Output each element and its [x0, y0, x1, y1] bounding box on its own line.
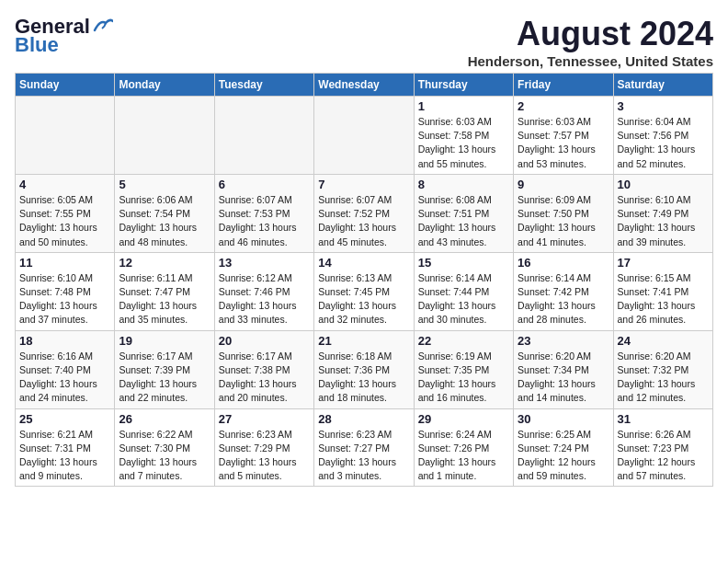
day-info: Sunrise: 6:23 AM Sunset: 7:29 PM Dayligh…	[219, 428, 310, 484]
day-info: Sunrise: 6:03 AM Sunset: 7:57 PM Dayligh…	[518, 115, 609, 171]
day-info: Sunrise: 6:19 AM Sunset: 7:35 PM Dayligh…	[418, 350, 509, 406]
calendar-header-row: SundayMondayTuesdayWednesdayThursdayFrid…	[16, 74, 713, 97]
day-info: Sunrise: 6:17 AM Sunset: 7:38 PM Dayligh…	[219, 350, 310, 406]
calendar-cell: 26Sunrise: 6:22 AM Sunset: 7:30 PM Dayli…	[115, 408, 214, 487]
day-number: 16	[518, 256, 609, 270]
day-number: 5	[119, 178, 210, 191]
calendar-cell: 8Sunrise: 6:08 AM Sunset: 7:51 PM Daylig…	[414, 174, 513, 252]
col-header-tuesday: Tuesday	[214, 74, 313, 97]
calendar-week-3: 11Sunrise: 6:10 AM Sunset: 7:48 PM Dayli…	[16, 252, 713, 330]
day-number: 21	[318, 334, 409, 348]
calendar-cell	[314, 97, 414, 175]
day-number: 15	[418, 256, 509, 270]
calendar-cell: 5Sunrise: 6:06 AM Sunset: 7:54 PM Daylig…	[115, 174, 214, 252]
col-header-saturday: Saturday	[613, 74, 712, 97]
location-subtitle: Henderson, Tennessee, United States	[468, 53, 713, 69]
calendar-cell: 25Sunrise: 6:21 AM Sunset: 7:31 PM Dayli…	[16, 408, 115, 487]
calendar-cell: 14Sunrise: 6:13 AM Sunset: 7:45 PM Dayli…	[314, 252, 414, 330]
day-number: 24	[618, 334, 709, 348]
calendar-cell: 4Sunrise: 6:05 AM Sunset: 7:55 PM Daylig…	[16, 174, 115, 252]
day-number: 23	[518, 334, 609, 348]
day-info: Sunrise: 6:13 AM Sunset: 7:45 PM Dayligh…	[318, 271, 409, 327]
day-number: 18	[19, 334, 110, 348]
calendar-cell	[214, 97, 313, 175]
calendar-week-5: 25Sunrise: 6:21 AM Sunset: 7:31 PM Dayli…	[16, 408, 713, 487]
col-header-friday: Friday	[514, 74, 613, 97]
day-info: Sunrise: 6:16 AM Sunset: 7:40 PM Dayligh…	[19, 350, 110, 406]
day-number: 6	[219, 178, 310, 191]
logo-blue: Blue	[15, 33, 59, 57]
day-info: Sunrise: 6:03 AM Sunset: 7:58 PM Dayligh…	[418, 115, 509, 171]
day-number: 19	[119, 334, 210, 348]
calendar-cell: 23Sunrise: 6:20 AM Sunset: 7:34 PM Dayli…	[514, 330, 613, 408]
day-number: 11	[19, 256, 110, 270]
day-number: 29	[418, 412, 509, 426]
calendar-cell	[16, 97, 115, 175]
calendar-cell: 31Sunrise: 6:26 AM Sunset: 7:23 PM Dayli…	[613, 408, 712, 487]
calendar-cell: 10Sunrise: 6:10 AM Sunset: 7:49 PM Dayli…	[613, 174, 712, 252]
day-number: 2	[518, 99, 609, 113]
calendar-cell: 18Sunrise: 6:16 AM Sunset: 7:40 PM Dayli…	[16, 330, 115, 408]
col-header-wednesday: Wednesday	[314, 74, 414, 97]
calendar-cell: 11Sunrise: 6:10 AM Sunset: 7:48 PM Dayli…	[16, 252, 115, 330]
day-number: 31	[618, 412, 709, 426]
calendar-cell: 21Sunrise: 6:18 AM Sunset: 7:36 PM Dayli…	[314, 330, 414, 408]
day-info: Sunrise: 6:21 AM Sunset: 7:31 PM Dayligh…	[19, 428, 110, 484]
day-number: 9	[518, 178, 609, 191]
day-info: Sunrise: 6:22 AM Sunset: 7:30 PM Dayligh…	[119, 428, 210, 484]
day-info: Sunrise: 6:07 AM Sunset: 7:53 PM Dayligh…	[219, 193, 310, 249]
calendar-cell: 20Sunrise: 6:17 AM Sunset: 7:38 PM Dayli…	[214, 330, 313, 408]
day-number: 14	[318, 256, 409, 270]
day-number: 3	[618, 99, 709, 113]
day-number: 25	[19, 412, 110, 426]
calendar-week-1: 1Sunrise: 6:03 AM Sunset: 7:58 PM Daylig…	[16, 97, 713, 175]
day-info: Sunrise: 6:14 AM Sunset: 7:44 PM Dayligh…	[418, 271, 509, 327]
day-info: Sunrise: 6:04 AM Sunset: 7:56 PM Dayligh…	[618, 115, 709, 171]
day-number: 17	[618, 256, 709, 270]
calendar-cell	[115, 97, 214, 175]
day-info: Sunrise: 6:25 AM Sunset: 7:24 PM Dayligh…	[518, 428, 609, 484]
day-info: Sunrise: 6:23 AM Sunset: 7:27 PM Dayligh…	[318, 428, 409, 484]
calendar-cell: 6Sunrise: 6:07 AM Sunset: 7:53 PM Daylig…	[214, 174, 313, 252]
day-info: Sunrise: 6:10 AM Sunset: 7:49 PM Dayligh…	[618, 193, 709, 249]
calendar-cell: 22Sunrise: 6:19 AM Sunset: 7:35 PM Dayli…	[414, 330, 513, 408]
day-info: Sunrise: 6:10 AM Sunset: 7:48 PM Dayligh…	[19, 271, 110, 327]
day-number: 13	[219, 256, 310, 270]
day-number: 26	[119, 412, 210, 426]
col-header-monday: Monday	[115, 74, 214, 97]
calendar-cell: 1Sunrise: 6:03 AM Sunset: 7:58 PM Daylig…	[414, 97, 513, 175]
day-info: Sunrise: 6:11 AM Sunset: 7:47 PM Dayligh…	[119, 271, 210, 327]
calendar-cell: 28Sunrise: 6:23 AM Sunset: 7:27 PM Dayli…	[314, 408, 414, 487]
calendar-cell: 16Sunrise: 6:14 AM Sunset: 7:42 PM Dayli…	[514, 252, 613, 330]
day-number: 30	[518, 412, 609, 426]
calendar-cell: 9Sunrise: 6:09 AM Sunset: 7:50 PM Daylig…	[514, 174, 613, 252]
day-number: 27	[219, 412, 310, 426]
calendar-week-4: 18Sunrise: 6:16 AM Sunset: 7:40 PM Dayli…	[16, 330, 713, 408]
col-header-thursday: Thursday	[414, 74, 513, 97]
day-number: 7	[318, 178, 409, 191]
logo-bird-icon	[93, 17, 113, 32]
day-number: 20	[219, 334, 310, 348]
calendar-cell: 30Sunrise: 6:25 AM Sunset: 7:24 PM Dayli…	[514, 408, 613, 487]
calendar-cell: 17Sunrise: 6:15 AM Sunset: 7:41 PM Dayli…	[613, 252, 712, 330]
col-header-sunday: Sunday	[16, 74, 115, 97]
calendar-cell: 24Sunrise: 6:20 AM Sunset: 7:32 PM Dayli…	[613, 330, 712, 408]
day-info: Sunrise: 6:15 AM Sunset: 7:41 PM Dayligh…	[618, 271, 709, 327]
calendar-cell: 15Sunrise: 6:14 AM Sunset: 7:44 PM Dayli…	[414, 252, 513, 330]
calendar-cell: 3Sunrise: 6:04 AM Sunset: 7:56 PM Daylig…	[613, 97, 712, 175]
month-year-title: August 2024	[468, 15, 713, 53]
day-number: 1	[418, 99, 509, 113]
day-info: Sunrise: 6:08 AM Sunset: 7:51 PM Dayligh…	[418, 193, 509, 249]
title-block: August 2024 Henderson, Tennessee, United…	[468, 15, 713, 69]
day-info: Sunrise: 6:05 AM Sunset: 7:55 PM Dayligh…	[19, 193, 110, 249]
day-number: 22	[418, 334, 509, 348]
day-info: Sunrise: 6:18 AM Sunset: 7:36 PM Dayligh…	[318, 350, 409, 406]
day-number: 10	[618, 178, 709, 191]
calendar-cell: 12Sunrise: 6:11 AM Sunset: 7:47 PM Dayli…	[115, 252, 214, 330]
day-info: Sunrise: 6:09 AM Sunset: 7:50 PM Dayligh…	[518, 193, 609, 249]
calendar-cell: 2Sunrise: 6:03 AM Sunset: 7:57 PM Daylig…	[514, 97, 613, 175]
day-info: Sunrise: 6:26 AM Sunset: 7:23 PM Dayligh…	[618, 428, 709, 484]
day-info: Sunrise: 6:14 AM Sunset: 7:42 PM Dayligh…	[518, 271, 609, 327]
calendar-cell: 27Sunrise: 6:23 AM Sunset: 7:29 PM Dayli…	[214, 408, 313, 487]
calendar-cell: 7Sunrise: 6:07 AM Sunset: 7:52 PM Daylig…	[314, 174, 414, 252]
